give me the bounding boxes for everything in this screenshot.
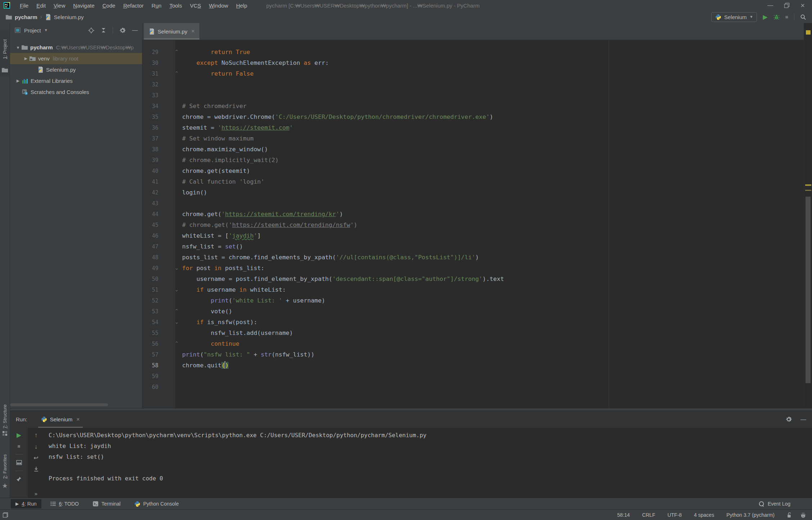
code-editor[interactable]: 29⌃ return True30 except NoSuchElementEx… xyxy=(143,40,804,415)
tree-right-arrow-icon[interactable]: ▶ xyxy=(22,56,30,61)
tree-down-arrow-icon[interactable]: ▼ xyxy=(14,45,22,50)
code-line-53[interactable]: 53⌃ vote() xyxy=(143,306,804,317)
tree-item-scratches-and-consoles[interactable]: Scratches and Consoles xyxy=(10,86,142,98)
code-line-49[interactable]: 49⌄for post in posts_list: xyxy=(143,263,804,274)
fold-marker-icon[interactable]: ⌃ xyxy=(162,339,182,349)
run-button[interactable]: ▶ xyxy=(763,14,767,20)
status-item[interactable]: CRLF xyxy=(642,512,655,518)
locate-file-icon[interactable] xyxy=(88,27,94,33)
toolwindow-toggle-icon[interactable] xyxy=(3,512,8,518)
code-line-55[interactable]: 55 nsfw_list.add(username) xyxy=(143,328,804,339)
menu-navigate[interactable]: Navigate xyxy=(69,3,98,9)
menu-vcs[interactable]: VCS xyxy=(186,3,205,9)
code-line-31[interactable]: 31⌃ return False xyxy=(143,68,804,79)
status-item[interactable]: 4 spaces xyxy=(694,512,714,518)
code-line-60[interactable]: 60 xyxy=(143,382,804,393)
run-tab-close-icon[interactable]: × xyxy=(76,416,80,423)
scroll-to-end-icon[interactable] xyxy=(33,466,39,472)
next-occurrence-icon[interactable]: ↓ xyxy=(35,444,38,450)
tool-button-python-console[interactable]: Python Console xyxy=(130,499,184,508)
code-line-30[interactable]: 30 except NoSuchElementException as err: xyxy=(143,58,804,68)
status-item[interactable]: 58:14 xyxy=(617,512,630,518)
menu-file[interactable]: File xyxy=(16,3,32,9)
menu-view[interactable]: View xyxy=(50,3,69,9)
project-panel-title[interactable]: Project xyxy=(24,27,41,33)
tree-item-venv[interactable]: ▶venvlibrary root xyxy=(10,53,142,64)
tool-button-project[interactable]: 1: Project xyxy=(0,31,10,77)
run-config-selector[interactable]: Selenium ▼ xyxy=(711,12,757,22)
code-line-35[interactable]: 35chrome = webdriver.Chrome('C:/Users/US… xyxy=(143,112,804,122)
code-line-58[interactable]: 58chrome.quit() xyxy=(143,360,804,371)
project-hscrollbar[interactable] xyxy=(10,403,108,406)
tree-item-external-libraries[interactable]: ▶External Libraries xyxy=(10,75,142,86)
menu-help[interactable]: Help xyxy=(232,3,251,9)
fold-marker-icon[interactable]: ⌄ xyxy=(162,317,182,328)
stop-button[interactable]: ■ xyxy=(17,444,20,449)
breadcrumb-file[interactable]: Selenium.py xyxy=(54,14,84,20)
code-line-52[interactable]: 52 print('white List: ' + username) xyxy=(143,295,804,306)
tool-button-6-todo[interactable]: 6: TODO xyxy=(46,499,84,508)
code-line-50[interactable]: 50 username = post.find_element_by_xpath… xyxy=(143,274,804,284)
code-line-36[interactable]: 36steemit = 'https://steemit.com' xyxy=(143,122,804,133)
menu-tools[interactable]: Tools xyxy=(166,3,186,9)
warning-stripe-marker[interactable] xyxy=(805,190,811,191)
code-line-41[interactable]: 41# Call function 'login' xyxy=(143,176,804,187)
code-line-29[interactable]: 29⌃ return True xyxy=(143,47,804,58)
fold-marker-icon[interactable]: ⌃ xyxy=(162,306,182,317)
soft-wrap-icon[interactable]: ↩ xyxy=(33,455,38,461)
code-line-44[interactable]: 44chrome.get('https://steemit.com/trendi… xyxy=(143,209,804,220)
console-output[interactable]: C:\Users\USER\Desktop\python\pycharm\ven… xyxy=(44,428,427,498)
tree-item-pycharm[interactable]: ▼pycharmC:₩Users₩USER₩Desktop₩p xyxy=(10,42,142,53)
code-line-51[interactable]: 51⌄ if username in whiteList: xyxy=(143,284,804,295)
inspection-status-marker[interactable] xyxy=(806,30,811,35)
menu-window[interactable]: Window xyxy=(205,3,232,9)
menu-run[interactable]: Run xyxy=(148,3,166,9)
pin-tab-icon[interactable] xyxy=(16,476,22,482)
code-line-43[interactable]: 43 xyxy=(143,198,804,209)
warning-stripe-marker[interactable] xyxy=(805,184,811,186)
code-line-48[interactable]: 48posts_list = chrome.find_elements_by_x… xyxy=(143,252,804,263)
unlock-icon[interactable] xyxy=(787,512,792,518)
code-line-42[interactable]: 42login() xyxy=(143,187,804,198)
code-line-54[interactable]: 54⌄ if is_nsfw(post): xyxy=(143,317,804,328)
code-line-39[interactable]: 39# chrome.implicitly_wait(2) xyxy=(143,155,804,166)
minimize-icon[interactable]: — xyxy=(767,3,773,8)
status-item[interactable]: UTF-8 xyxy=(667,512,682,518)
event-log-button[interactable]: Event Log xyxy=(758,501,812,507)
tool-button-4-run[interactable]: ▶4: Run xyxy=(11,499,41,508)
fold-marker-icon[interactable]: ⌄ xyxy=(162,263,182,274)
code-line-37[interactable]: 37# Set window maximum xyxy=(143,133,804,144)
fold-marker-icon[interactable]: ⌄ xyxy=(162,284,182,295)
tree-item-selenium-py[interactable]: Selenium.py xyxy=(10,64,142,75)
run-tab-selenium[interactable]: Selenium × xyxy=(38,411,83,428)
code-line-57[interactable]: 57print("nsfw list: " + str(nsfw_list)) xyxy=(143,349,804,360)
hide-panel-icon[interactable]: — xyxy=(132,27,138,33)
fold-marker-icon[interactable]: ⌃ xyxy=(162,47,182,58)
code-line-32[interactable]: 32 xyxy=(143,79,804,90)
chevron-down-icon[interactable]: ▼ xyxy=(44,28,48,32)
more-options-icon[interactable]: » xyxy=(35,491,37,496)
code-line-59[interactable]: 59 xyxy=(143,371,804,382)
breadcrumb-project[interactable]: pycharm xyxy=(15,14,37,20)
tab-close-icon[interactable]: × xyxy=(191,28,195,35)
code-line-38[interactable]: 38chrome.maximize_window() xyxy=(143,144,804,155)
code-line-56[interactable]: 56⌃ continue xyxy=(143,339,804,349)
tab-selenium-py[interactable]: Selenium.py × xyxy=(144,23,199,40)
tree-right-arrow-icon[interactable]: ▶ xyxy=(14,79,22,83)
tool-button-favorites[interactable]: 2: Favorites ★ xyxy=(0,450,10,493)
restore-layout-icon[interactable] xyxy=(16,460,22,465)
search-everywhere-icon[interactable] xyxy=(800,14,806,20)
inspection-profile-icon[interactable] xyxy=(800,512,806,518)
panel-splitter[interactable] xyxy=(10,408,812,411)
stop-button[interactable]: ■ xyxy=(785,14,788,19)
prev-occurrence-icon[interactable]: ↑ xyxy=(35,432,38,438)
code-line-34[interactable]: 34# Set chromedriver xyxy=(143,101,804,112)
menu-refactor[interactable]: Refactor xyxy=(119,3,148,9)
editor-vscrollbar[interactable] xyxy=(806,197,811,383)
collapse-all-icon[interactable] xyxy=(101,27,106,33)
gear-icon[interactable] xyxy=(119,27,126,33)
tool-button-structure[interactable]: 7: Structure xyxy=(0,402,10,438)
status-item[interactable]: Python 3.7 (pycharm) xyxy=(726,512,775,518)
code-line-45[interactable]: 45# chrome.get('https://steemit.com/tren… xyxy=(143,220,804,230)
code-line-40[interactable]: 40chrome.get(steemit) xyxy=(143,166,804,176)
